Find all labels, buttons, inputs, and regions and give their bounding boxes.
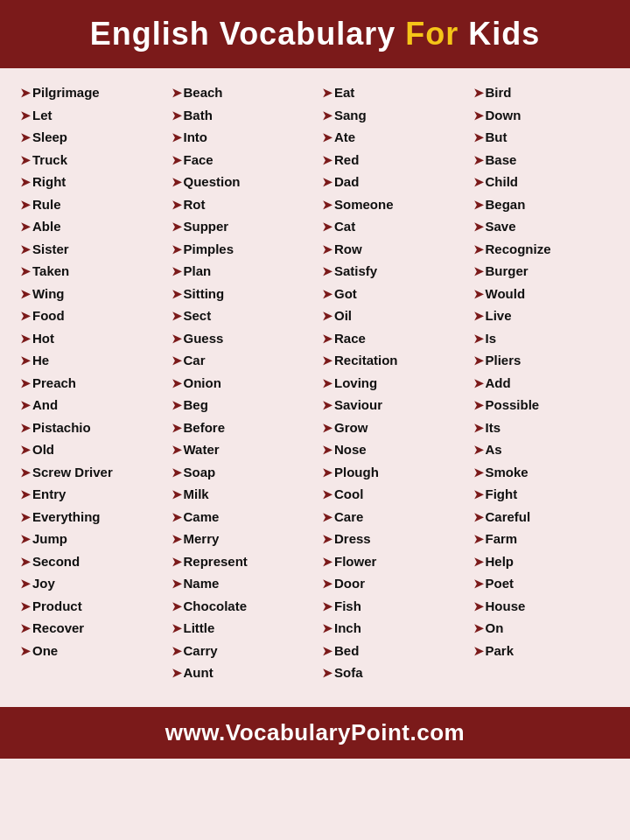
word-label: Beach xyxy=(184,83,223,103)
arrow-icon: ➤ xyxy=(473,486,484,504)
word-label: Help xyxy=(486,552,514,572)
word-label: Able xyxy=(32,217,61,237)
arrow-icon: ➤ xyxy=(172,620,182,638)
list-item: ➤Merry xyxy=(172,529,309,550)
list-item: ➤Child xyxy=(473,172,611,192)
word-label: On xyxy=(486,619,504,639)
word-label: Cool xyxy=(334,485,363,505)
arrow-icon: ➤ xyxy=(20,374,31,393)
word-label: Down xyxy=(486,106,522,126)
arrow-icon: ➤ xyxy=(322,598,332,616)
list-item: ➤Food xyxy=(20,306,158,326)
word-label: Bath xyxy=(184,106,213,126)
list-item: ➤Rule xyxy=(20,195,158,215)
word-label: Someone xyxy=(334,195,394,215)
list-item: ➤Fight xyxy=(473,485,611,505)
list-item: ➤Someone xyxy=(322,195,459,215)
list-item: ➤Careful xyxy=(473,508,611,528)
list-item: ➤Sang xyxy=(322,106,459,126)
word-label: And xyxy=(32,396,58,416)
word-label: Face xyxy=(184,150,214,171)
list-item: ➤Care xyxy=(322,508,459,528)
word-label: Loving xyxy=(334,374,377,394)
word-label: Satisfy xyxy=(334,262,377,282)
list-item: ➤Save xyxy=(473,217,611,237)
word-label: Dress xyxy=(334,529,371,550)
arrow-icon: ➤ xyxy=(172,330,182,348)
word-label: Sofa xyxy=(334,663,363,683)
list-item: ➤Entry xyxy=(20,485,158,505)
list-item: ➤Row xyxy=(322,240,459,260)
word-label: Race xyxy=(334,329,366,349)
word-label: Pilgrimage xyxy=(32,83,100,103)
arrow-icon: ➤ xyxy=(473,285,484,304)
arrow-icon: ➤ xyxy=(322,419,332,438)
list-item: ➤Beg xyxy=(172,396,309,416)
arrow-icon: ➤ xyxy=(322,107,332,125)
list-item: ➤Into xyxy=(172,128,309,148)
word-label: Oil xyxy=(334,306,352,326)
word-label: Sect xyxy=(184,306,212,326)
list-item: ➤On xyxy=(473,619,611,639)
arrow-icon: ➤ xyxy=(172,262,182,281)
word-label: Base xyxy=(486,150,517,171)
word-label: Little xyxy=(184,619,215,639)
arrow-icon: ➤ xyxy=(473,84,484,102)
word-label: Care xyxy=(334,508,363,528)
arrow-icon: ➤ xyxy=(473,218,484,236)
list-item: ➤Bird xyxy=(473,83,611,103)
arrow-icon: ➤ xyxy=(172,508,182,527)
arrow-icon: ➤ xyxy=(20,575,31,593)
arrow-icon: ➤ xyxy=(322,330,332,348)
word-label: Sang xyxy=(334,106,367,126)
list-item: ➤Plough xyxy=(322,463,459,483)
arrow-icon: ➤ xyxy=(20,173,31,192)
word-label: Food xyxy=(32,306,65,326)
arrow-icon: ➤ xyxy=(20,241,31,259)
list-item: ➤Represent xyxy=(172,552,309,572)
word-label: Park xyxy=(486,641,514,662)
arrow-icon: ➤ xyxy=(473,129,484,147)
arrow-icon: ➤ xyxy=(473,262,484,281)
list-item: ➤Red xyxy=(322,150,459,171)
arrow-icon: ➤ xyxy=(322,575,332,593)
arrow-icon: ➤ xyxy=(20,441,31,459)
list-item: ➤Is xyxy=(473,329,611,349)
word-label: Preach xyxy=(32,374,76,394)
word-label: Truck xyxy=(32,150,67,171)
arrow-icon: ➤ xyxy=(473,598,484,616)
arrow-icon: ➤ xyxy=(322,151,332,170)
arrow-icon: ➤ xyxy=(172,307,182,326)
word-label: Question xyxy=(184,172,241,192)
word-label: Nose xyxy=(334,440,367,460)
arrow-icon: ➤ xyxy=(473,374,484,393)
list-item: ➤Sofa xyxy=(322,663,459,683)
list-item: ➤Saviour xyxy=(322,396,459,416)
list-item: ➤Base xyxy=(473,150,611,171)
arrow-icon: ➤ xyxy=(20,84,31,102)
list-item: ➤Able xyxy=(20,217,158,237)
arrow-icon: ➤ xyxy=(20,307,31,326)
list-item: ➤Preach xyxy=(20,374,158,394)
word-label: Door xyxy=(334,574,365,594)
word-label: Its xyxy=(486,418,501,438)
arrow-icon: ➤ xyxy=(322,396,332,415)
arrow-icon: ➤ xyxy=(473,441,484,459)
word-label: Old xyxy=(32,440,54,460)
arrow-icon: ➤ xyxy=(172,241,182,259)
word-label: Into xyxy=(184,128,208,148)
arrow-icon: ➤ xyxy=(20,330,31,348)
list-item: ➤Taken xyxy=(20,262,158,282)
list-item: ➤Hot xyxy=(20,329,158,349)
list-item: ➤Park xyxy=(473,641,611,662)
word-label: Recover xyxy=(32,619,84,639)
arrow-icon: ➤ xyxy=(172,107,182,125)
list-item: ➤Wing xyxy=(20,284,158,304)
list-item: ➤Rot xyxy=(172,195,309,215)
list-item: ➤Possible xyxy=(473,396,611,416)
list-item: ➤Door xyxy=(322,574,459,594)
arrow-icon: ➤ xyxy=(20,419,31,438)
list-item: ➤House xyxy=(473,597,611,617)
word-label: Beg xyxy=(184,396,208,416)
word-label: Before xyxy=(184,418,226,438)
